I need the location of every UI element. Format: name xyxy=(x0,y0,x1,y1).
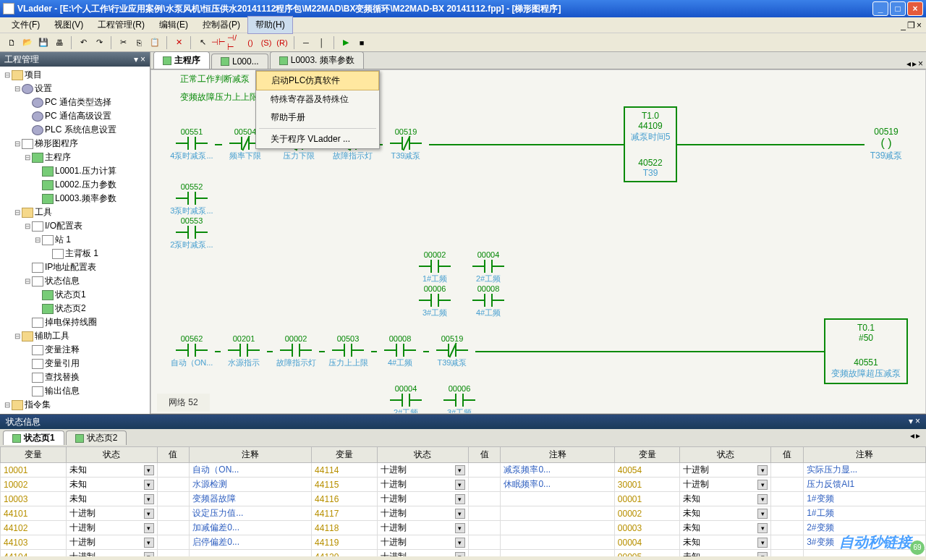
dropdown-arrow-icon[interactable]: ▾ xyxy=(144,538,154,548)
var-cell[interactable]: 44119 xyxy=(312,535,378,550)
comment-cell[interactable] xyxy=(501,550,614,557)
value-cell[interactable] xyxy=(771,478,804,492)
grid-header[interactable]: 状态 xyxy=(680,447,771,463)
var-cell[interactable]: 44102 xyxy=(1,521,67,535)
hline-icon[interactable]: ─ xyxy=(299,35,313,50)
value-cell[interactable] xyxy=(468,521,501,535)
cursor-icon[interactable]: ↖ xyxy=(195,35,210,50)
tree-toggle-icon[interactable]: ⊟ xyxy=(23,277,32,285)
var-cell[interactable]: 10001 xyxy=(1,463,67,478)
dropdown-arrow-icon[interactable]: ▾ xyxy=(455,480,465,490)
grid-row[interactable]: 10003未知▾变频器故障44116十进制▾00001未知▾1#变频 xyxy=(1,492,926,506)
tab-main-program[interactable]: 主程序 xyxy=(153,51,210,69)
grid-header[interactable]: 变量 xyxy=(1,447,67,463)
menu-controller[interactable]: 控制器(P) xyxy=(195,17,247,33)
state-cell[interactable]: 未知▾ xyxy=(680,521,771,535)
tree-item[interactable]: ⊟辅助工具 xyxy=(1,329,148,343)
dropdown-arrow-icon[interactable]: ▾ xyxy=(455,552,465,557)
comment-cell[interactable]: 自动（ON... xyxy=(190,463,312,478)
value-cell[interactable] xyxy=(771,535,804,550)
grid-header[interactable]: 注释 xyxy=(190,447,312,463)
value-cell[interactable] xyxy=(771,506,804,521)
var-cell[interactable]: 44118 xyxy=(312,521,378,535)
var-cell[interactable]: 44117 xyxy=(312,506,378,521)
tree-item[interactable]: 变量注释 xyxy=(1,343,148,357)
help-special-reg[interactable]: 特殊寄存器及特殊位 xyxy=(256,90,379,109)
dropdown-arrow-icon[interactable]: ▾ xyxy=(455,523,465,533)
ladder-contact[interactable]: 00553 2泵时减泵... xyxy=(169,216,215,250)
grid-header[interactable]: 值 xyxy=(157,447,190,463)
ladder-contact[interactable]: 00008 4#工频 xyxy=(377,334,423,368)
comment-cell[interactable] xyxy=(501,492,614,506)
coil-reset-icon[interactable]: (R) xyxy=(275,35,289,50)
status-tab-2[interactable]: 状态页2 xyxy=(66,430,127,445)
copy-icon[interactable]: ⎘ xyxy=(132,35,146,50)
dropdown-arrow-icon[interactable]: ▾ xyxy=(757,480,768,490)
delete-icon[interactable]: ✕ xyxy=(171,35,186,50)
state-cell[interactable]: 十进制▾ xyxy=(66,550,157,557)
tree-toggle-icon[interactable]: ⊟ xyxy=(13,332,22,340)
var-cell[interactable]: 40054 xyxy=(614,463,680,478)
var-cell[interactable]: 00003 xyxy=(614,521,680,535)
value-cell[interactable] xyxy=(157,478,190,492)
ladder-contact[interactable]: 00006 3#工频 xyxy=(412,284,458,318)
dropdown-arrow-icon[interactable]: ▾ xyxy=(144,480,154,490)
dropdown-arrow-icon[interactable]: ▾ xyxy=(757,538,768,548)
tab-next-icon[interactable]: ▸ xyxy=(912,59,917,69)
close-button[interactable]: × xyxy=(907,1,923,16)
tree-toggle-icon[interactable]: ⊟ xyxy=(23,222,32,230)
dropdown-arrow-icon[interactable]: ▾ xyxy=(757,523,768,533)
stop-icon[interactable]: ■ xyxy=(354,35,369,50)
value-cell[interactable] xyxy=(157,506,190,521)
comment-cell[interactable]: 实际压力显... xyxy=(804,463,926,478)
timer-box-1[interactable]: T1.044109减泵时间540522T39 xyxy=(624,106,678,182)
tree-toggle-icon[interactable]: ⊟ xyxy=(13,140,22,148)
project-tree[interactable]: ⊟项目⊟设置PC 通信类型选择PC 通信高级设置PLC 系统信息设置⊟梯形图程序… xyxy=(0,67,150,414)
state-cell[interactable]: 未知▾ xyxy=(66,478,157,492)
comment-cell[interactable]: 1#工频 xyxy=(804,506,926,521)
comment-cell[interactable] xyxy=(501,506,614,521)
tree-item[interactable]: ⊟梯形图程序 xyxy=(1,137,148,150)
value-cell[interactable] xyxy=(771,492,804,506)
print-icon[interactable]: 🖶 xyxy=(52,35,67,50)
ladder-contact[interactable]: 00552 3泵时减泵... xyxy=(169,182,215,216)
dropdown-arrow-icon[interactable]: ▾ xyxy=(144,523,154,533)
grid-row[interactable]: 10002未知▾水源检测44115十进制▾休眠频率0...30001十进制▾压力… xyxy=(1,478,926,492)
coil-icon[interactable]: () xyxy=(243,35,258,50)
grid-header[interactable]: 注释 xyxy=(501,447,614,463)
tree-item[interactable]: PC 通信类型选择 xyxy=(1,96,148,109)
dropdown-arrow-icon[interactable]: ▾ xyxy=(455,494,465,504)
status-tab-1[interactable]: 状态页1 xyxy=(3,430,64,445)
var-cell[interactable]: 44120 xyxy=(312,550,378,557)
state-cell[interactable]: 十进制▾ xyxy=(66,506,157,521)
tree-item[interactable]: ⊟I/O配置表 xyxy=(1,219,148,233)
minimize-button[interactable]: _ xyxy=(872,1,888,16)
ladder-contact[interactable]: 00004 2#工频 xyxy=(383,384,429,414)
menu-file[interactable]: 文件(F) xyxy=(4,17,47,33)
state-cell[interactable]: 十进制▾ xyxy=(377,492,468,506)
tree-item[interactable]: ⊟设置 xyxy=(1,82,148,96)
comment-cell[interactable]: 1#变频 xyxy=(804,492,926,506)
value-cell[interactable] xyxy=(468,478,501,492)
state-cell[interactable]: 十进制▾ xyxy=(377,535,468,550)
tree-item[interactable]: L0003.频率参数 xyxy=(1,192,148,205)
dropdown-arrow-icon[interactable]: ▾ xyxy=(757,465,768,475)
tree-item[interactable]: 掉电保持线圈 xyxy=(1,315,148,329)
coil-set-icon[interactable]: (S) xyxy=(259,35,273,50)
var-cell[interactable]: 44115 xyxy=(312,478,378,492)
status-tab-next-icon[interactable]: ▸ xyxy=(916,430,920,445)
comment-cell[interactable]: 压力反馈AI1 xyxy=(804,478,926,492)
value-cell[interactable] xyxy=(771,550,804,557)
tab-l000[interactable]: L000... xyxy=(211,54,268,69)
tree-item[interactable]: ⊟项目 xyxy=(1,68,148,82)
redo-icon[interactable]: ↷ xyxy=(92,35,106,50)
tree-item[interactable]: 变量引用 xyxy=(1,357,148,370)
comment-cell[interactable] xyxy=(501,535,614,550)
value-cell[interactable] xyxy=(771,521,804,535)
grid-header[interactable]: 注释 xyxy=(804,447,926,463)
value-cell[interactable] xyxy=(468,492,501,506)
ladder-canvas[interactable]: 启动PLC仿真软件 特殊寄存器及特殊位 帮助手册 关于程序 VLadder ..… xyxy=(150,69,926,414)
value-cell[interactable] xyxy=(468,550,501,557)
undo-icon[interactable]: ↶ xyxy=(76,35,90,50)
ladder-contact[interactable]: 00201 水源指示 xyxy=(221,334,267,368)
